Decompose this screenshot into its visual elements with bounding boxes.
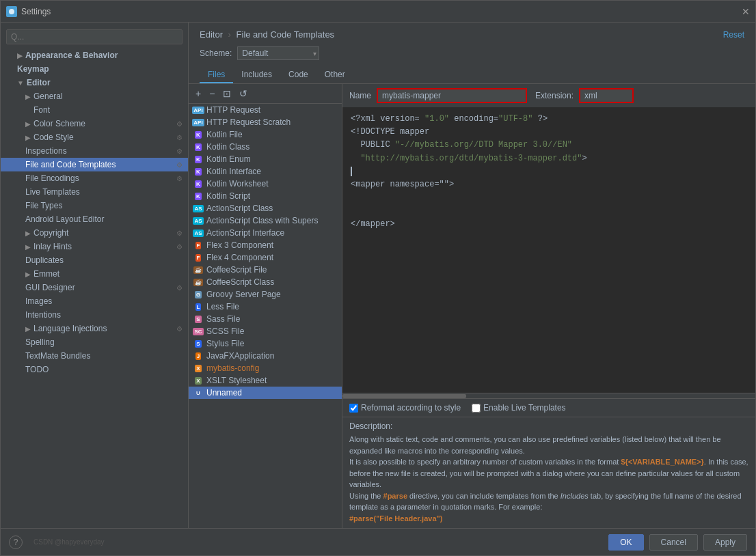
- sidebar-item-inspections[interactable]: Inspections ⚙: [1, 144, 188, 158]
- sidebar-item-spelling[interactable]: Spelling: [1, 335, 188, 349]
- sidebar-item-android-layout-editor[interactable]: Android Layout Editor: [1, 212, 188, 226]
- list-item[interactable]: K Kotlin Worksheet: [189, 178, 342, 190]
- list-item[interactable]: SC SCSS File: [189, 325, 342, 337]
- file-type-icon: SC: [193, 326, 204, 336]
- ok-button[interactable]: OK: [608, 534, 643, 551]
- window-title: Settings: [21, 7, 742, 16]
- list-item[interactable]: S Stylus File: [189, 337, 342, 350]
- close-button[interactable]: ✕: [742, 6, 750, 17]
- sidebar-item-duplicates[interactable]: Duplicates: [1, 253, 188, 267]
- list-item[interactable]: G Groovy Server Page: [189, 288, 342, 301]
- remove-template-button[interactable]: −: [206, 87, 217, 100]
- arrow-icon: ▶: [25, 325, 31, 333]
- content-area: ▶ Appearance & Behavior Keymap ▼ Editor …: [1, 23, 755, 528]
- sidebar-item-file-types[interactable]: File Types: [1, 199, 188, 212]
- live-templates-checkbox-label[interactable]: Enable Live Templates: [472, 403, 566, 413]
- list-item[interactable]: K Kotlin Interface: [189, 165, 342, 178]
- bottom-bar: ? CSDN @hapyeveryday OK Cancel Apply: [1, 528, 755, 555]
- sidebar-item-images[interactable]: Images: [1, 294, 188, 308]
- extension-input[interactable]: [579, 88, 634, 103]
- sidebar-item-color-scheme[interactable]: ▶ Color Scheme ⚙: [1, 117, 188, 130]
- tab-files[interactable]: Files: [200, 67, 233, 83]
- list-item[interactable]: F Flex 4 Component: [189, 251, 342, 264]
- sidebar-item-inlay-hints[interactable]: ▶ Inlay Hints ⚙: [1, 240, 188, 253]
- settings-window: Settings ✕ ▶ Appearance & Behavior Keyma…: [0, 0, 756, 556]
- sidebar-item-language-injections[interactable]: ▶ Language Injections ⚙: [1, 322, 188, 335]
- list-item[interactable]: API HTTP Request: [189, 104, 342, 116]
- name-label: Name: [349, 91, 371, 100]
- arrow-icon: ▼: [17, 79, 24, 87]
- file-type-icon: G: [193, 290, 204, 299]
- list-item[interactable]: AS ActionScript Class: [189, 202, 342, 214]
- list-item[interactable]: K Kotlin Enum: [189, 153, 342, 165]
- code-line: <!DOCTYPE mapper: [351, 126, 747, 139]
- main-header: Editor › File and Code Templates Reset S…: [189, 23, 755, 84]
- search-input[interactable]: [6, 29, 183, 44]
- list-item[interactable]: X XSLT Stylesheet: [189, 374, 342, 387]
- sidebar-item-appearance[interactable]: ▶ Appearance & Behavior: [1, 48, 188, 62]
- file-type-icon: S: [193, 314, 204, 324]
- breadcrumb-separator: ›: [228, 29, 234, 40]
- reformat-checkbox[interactable]: [349, 404, 358, 413]
- help-button[interactable]: ?: [9, 536, 23, 549]
- list-item-unnamed[interactable]: U Unnamed: [189, 387, 342, 399]
- sidebar-item-gui-designer[interactable]: GUI Designer ⚙: [1, 281, 188, 294]
- sidebar-item-keymap[interactable]: Keymap: [1, 62, 188, 76]
- editor-scrollbar[interactable]: [342, 393, 755, 398]
- sidebar-item-textmate-bundles[interactable]: TextMate Bundles: [1, 349, 188, 363]
- scheme-label: Scheme:: [200, 48, 232, 58]
- split-pane: + − ⊡ ↺ API HTTP Request API HTTP Reques…: [189, 84, 755, 528]
- list-item[interactable]: J JavaFXApplication: [189, 350, 342, 362]
- arrow-icon: ▶: [25, 93, 31, 100]
- add-template-button[interactable]: +: [193, 87, 204, 100]
- list-item[interactable]: AS ActionScript Interface: [189, 227, 342, 239]
- reset-template-button[interactable]: ↺: [237, 87, 250, 100]
- list-item[interactable]: K Kotlin Script: [189, 190, 342, 202]
- name-input[interactable]: [377, 88, 527, 103]
- list-item[interactable]: K Kotlin File: [189, 128, 342, 141]
- reset-button[interactable]: Reset: [723, 30, 744, 40]
- file-type-icon: K: [193, 167, 204, 176]
- file-type-icon: K: [193, 191, 204, 201]
- sidebar-item-live-templates[interactable]: Live Templates: [1, 185, 188, 199]
- code-line: "http://mybatis.org/dtd/mybatis-3-mapper…: [351, 152, 747, 165]
- list-item-mybatis-config[interactable]: X mybatis-config: [189, 362, 342, 374]
- code-line: PUBLIC "-//mybatis.org//DTD Mapper 3.0//…: [351, 139, 747, 152]
- tab-code[interactable]: Code: [280, 67, 316, 83]
- sidebar-item-code-style[interactable]: ▶ Code Style ⚙: [1, 130, 188, 144]
- file-type-icon: ☕: [193, 277, 204, 287]
- apply-button[interactable]: Apply: [703, 534, 747, 551]
- file-type-icon: J: [193, 351, 204, 361]
- list-item[interactable]: K Kotlin Class: [189, 141, 342, 153]
- sidebar-item-copyright[interactable]: ▶ Copyright ⚙: [1, 226, 188, 240]
- sidebar-item-general[interactable]: ▶ General: [1, 89, 188, 103]
- file-type-icon: ☕: [193, 265, 204, 275]
- tab-includes[interactable]: Includes: [233, 67, 280, 83]
- sidebar-item-todo[interactable]: TODO: [1, 363, 188, 376]
- sidebar-item-intentions[interactable]: Intentions: [1, 308, 188, 322]
- list-item[interactable]: F Flex 3 Component: [189, 239, 342, 251]
- list-item[interactable]: ☕ CoffeeScript File: [189, 264, 342, 276]
- breadcrumb: Editor › File and Code Templates: [200, 29, 334, 40]
- sidebar-item-file-code-templates[interactable]: File and Code Templates ⚙: [1, 158, 188, 171]
- copy-template-button[interactable]: ⊡: [220, 87, 234, 100]
- sidebar-item-emmet[interactable]: ▶ Emmet: [1, 267, 188, 281]
- sidebar-item-file-encodings[interactable]: File Encodings ⚙: [1, 171, 188, 185]
- code-line: <mapper namespace="">: [351, 178, 747, 191]
- file-type-icon: F: [193, 240, 204, 250]
- list-item[interactable]: S Sass File: [189, 313, 342, 325]
- file-type-icon: AS: [193, 204, 204, 213]
- sidebar-item-editor[interactable]: ▼ Editor: [1, 76, 188, 89]
- reformat-checkbox-label[interactable]: Reformat according to style: [349, 403, 461, 413]
- code-line: [351, 204, 747, 217]
- cancel-button[interactable]: Cancel: [649, 534, 698, 551]
- list-item[interactable]: ☕ CoffeeScript Class: [189, 276, 342, 288]
- list-item[interactable]: API HTTP Request Scratch: [189, 116, 342, 128]
- sidebar-item-font[interactable]: Font: [1, 103, 188, 117]
- scheme-select[interactable]: Default Project: [237, 46, 319, 60]
- list-item[interactable]: L Less File: [189, 301, 342, 313]
- list-item[interactable]: AS ActionScript Class with Supers: [189, 214, 342, 227]
- tab-other[interactable]: Other: [316, 67, 353, 83]
- code-editor[interactable]: <?xml version= "1.0" encoding="UTF-8" ?>…: [342, 107, 755, 393]
- live-templates-checkbox[interactable]: [472, 404, 481, 413]
